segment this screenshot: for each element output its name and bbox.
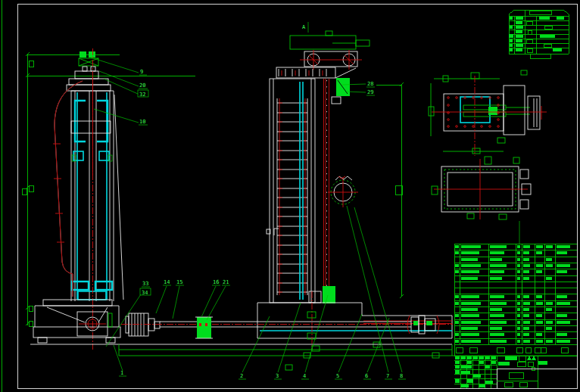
cad-drawing-viewport[interactable]: 9 20 32 10 A	[0, 0, 580, 392]
balloon-9[interactable]: 9	[140, 69, 143, 75]
balloon-21[interactable]: 21	[223, 279, 229, 285]
drive-balloons[interactable]: 33 34 14 15 16 21	[106, 279, 230, 347]
balloon-28[interactable]: 28	[367, 81, 373, 87]
balloon-10[interactable]: 10	[139, 119, 145, 125]
balloon-3[interactable]: 3	[276, 373, 279, 379]
balloon-16[interactable]: 16	[213, 279, 219, 285]
balloon-15[interactable]: 15	[176, 279, 182, 285]
balloon-4[interactable]: 4	[303, 373, 306, 379]
left-view-base	[33, 300, 120, 343]
left-side-view[interactable]	[33, 48, 123, 350]
balloon-14[interactable]: 14	[164, 279, 170, 285]
shaft-clamp	[197, 317, 211, 338]
front-view[interactable]: A	[257, 22, 452, 370]
balloon-29[interactable]: 29	[367, 89, 373, 95]
bottom-balloons[interactable]: 1 2 3 4 5 6 7 8	[114, 206, 406, 379]
balloon-6[interactable]: 6	[365, 373, 368, 379]
parts-list-table	[454, 244, 577, 356]
balloon-32[interactable]: 32	[139, 92, 145, 98]
balloon-2[interactable]: 2	[240, 373, 243, 379]
balloon-7[interactable]: 7	[386, 373, 389, 379]
mini-table	[509, 10, 569, 58]
section-mark: A	[302, 24, 306, 30]
balloon-34[interactable]: 34	[142, 290, 148, 296]
balloon-8[interactable]: 8	[400, 373, 403, 379]
balloon-20[interactable]: 20	[139, 82, 145, 89]
front-view-right-dimension	[376, 82, 404, 298]
left-view-balloons[interactable]: 9 20 32 10	[91, 58, 148, 125]
title-block	[454, 356, 577, 388]
plan-view[interactable]	[429, 70, 547, 156]
balloon-1[interactable]: 1	[120, 370, 123, 376]
section-view[interactable]	[432, 157, 531, 244]
balloon-5[interactable]: 5	[336, 373, 339, 379]
clamp-detail	[328, 176, 358, 207]
lower-gearbox	[323, 286, 335, 303]
balloon-33[interactable]: 33	[142, 281, 148, 287]
